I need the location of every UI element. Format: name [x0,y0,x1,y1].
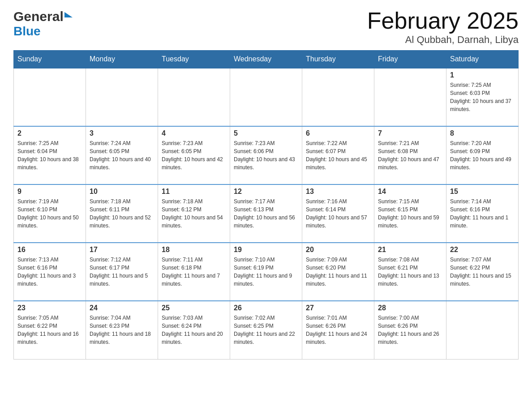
day-number: 5 [234,129,298,137]
day-info: Sunrise: 7:14 AM Sunset: 6:16 PM Dayligh… [450,197,515,230]
day-info: Sunrise: 7:10 AM Sunset: 6:19 PM Dayligh… [234,256,298,288]
day-of-week-header: Friday [374,51,446,68]
calendar-cell: 8Sunrise: 7:20 AM Sunset: 6:09 PM Daylig… [446,126,519,184]
day-info: Sunrise: 7:22 AM Sunset: 6:07 PM Dayligh… [306,139,370,171]
calendar-cell: 19Sunrise: 7:10 AM Sunset: 6:19 PM Dayli… [230,243,302,301]
day-number: 28 [378,304,442,312]
day-number: 19 [234,246,298,254]
calendar-cell: 11Sunrise: 7:18 AM Sunset: 6:12 PM Dayli… [158,184,230,243]
day-info: Sunrise: 7:25 AM Sunset: 6:03 PM Dayligh… [450,81,515,113]
day-info: Sunrise: 7:19 AM Sunset: 6:10 PM Dayligh… [17,197,82,230]
day-number: 4 [162,129,226,137]
calendar-cell [302,68,374,126]
day-info: Sunrise: 7:03 AM Sunset: 6:24 PM Dayligh… [162,314,226,346]
calendar-cell: 13Sunrise: 7:16 AM Sunset: 6:14 PM Dayli… [302,184,374,243]
day-number: 25 [162,304,226,312]
day-info: Sunrise: 7:25 AM Sunset: 6:04 PM Dayligh… [17,139,82,171]
calendar-cell: 3Sunrise: 7:24 AM Sunset: 6:05 PM Daylig… [86,126,158,184]
calendar-cell: 4Sunrise: 7:23 AM Sunset: 6:05 PM Daylig… [158,126,230,184]
day-info: Sunrise: 7:17 AM Sunset: 6:13 PM Dayligh… [234,197,298,230]
day-info: Sunrise: 7:05 AM Sunset: 6:22 PM Dayligh… [17,314,82,346]
day-number: 26 [234,304,298,312]
calendar-week-row: 9Sunrise: 7:19 AM Sunset: 6:10 PM Daylig… [14,184,519,243]
day-info: Sunrise: 7:24 AM Sunset: 6:05 PM Dayligh… [90,139,154,171]
calendar-cell [446,301,519,359]
calendar-cell [14,68,86,126]
day-info: Sunrise: 7:21 AM Sunset: 6:08 PM Dayligh… [378,139,442,171]
logo-blue-text: Blue [13,24,41,39]
day-info: Sunrise: 7:23 AM Sunset: 6:06 PM Dayligh… [234,139,298,171]
day-number: 20 [306,246,370,254]
calendar-cell: 28Sunrise: 7:00 AM Sunset: 6:26 PM Dayli… [374,301,446,359]
calendar-cell: 26Sunrise: 7:02 AM Sunset: 6:25 PM Dayli… [230,301,302,359]
calendar-week-row: 1Sunrise: 7:25 AM Sunset: 6:03 PM Daylig… [14,68,519,126]
calendar-cell: 10Sunrise: 7:18 AM Sunset: 6:11 PM Dayli… [86,184,158,243]
calendar-cell: 22Sunrise: 7:07 AM Sunset: 6:22 PM Dayli… [446,243,519,301]
day-of-week-header: Thursday [302,51,374,68]
day-number: 27 [306,304,370,312]
calendar-cell: 6Sunrise: 7:22 AM Sunset: 6:07 PM Daylig… [302,126,374,184]
day-number: 14 [378,188,442,196]
day-number: 10 [90,188,154,196]
day-info: Sunrise: 7:18 AM Sunset: 6:12 PM Dayligh… [162,197,226,230]
calendar-cell: 5Sunrise: 7:23 AM Sunset: 6:06 PM Daylig… [230,126,302,184]
day-number: 1 [450,71,515,79]
calendar-cell: 17Sunrise: 7:12 AM Sunset: 6:17 PM Dayli… [86,243,158,301]
calendar-cell: 21Sunrise: 7:08 AM Sunset: 6:21 PM Dayli… [374,243,446,301]
day-number: 7 [378,129,442,137]
day-number: 6 [306,129,370,137]
calendar-cell: 20Sunrise: 7:09 AM Sunset: 6:20 PM Dayli… [302,243,374,301]
day-info: Sunrise: 7:20 AM Sunset: 6:09 PM Dayligh… [450,139,515,171]
day-number: 22 [450,246,515,254]
calendar-cell: 25Sunrise: 7:03 AM Sunset: 6:24 PM Dayli… [158,301,230,359]
day-info: Sunrise: 7:15 AM Sunset: 6:15 PM Dayligh… [378,197,442,230]
logo-general-text: General [13,9,64,24]
day-number: 24 [90,304,154,312]
day-info: Sunrise: 7:01 AM Sunset: 6:26 PM Dayligh… [306,314,370,346]
logo-arrow-icon [64,12,73,17]
day-number: 8 [450,129,515,137]
calendar-cell: 7Sunrise: 7:21 AM Sunset: 6:08 PM Daylig… [374,126,446,184]
location-title: Al Qubbah, Darnah, Libya [367,34,519,46]
calendar-cell: 12Sunrise: 7:17 AM Sunset: 6:13 PM Dayli… [230,184,302,243]
day-info: Sunrise: 7:16 AM Sunset: 6:14 PM Dayligh… [306,197,370,230]
day-number: 16 [17,246,82,254]
day-info: Sunrise: 7:18 AM Sunset: 6:11 PM Dayligh… [90,197,154,230]
day-number: 12 [234,188,298,196]
calendar-cell [230,68,302,126]
logo: General Blue [13,9,73,39]
day-info: Sunrise: 7:23 AM Sunset: 6:05 PM Dayligh… [162,139,226,171]
day-number: 23 [17,304,82,312]
day-info: Sunrise: 7:00 AM Sunset: 6:26 PM Dayligh… [378,314,442,346]
day-number: 17 [90,246,154,254]
calendar-header-row: SundayMondayTuesdayWednesdayThursdayFrid… [14,51,519,68]
day-number: 13 [306,188,370,196]
day-of-week-header: Wednesday [230,51,302,68]
day-number: 15 [450,188,515,196]
day-of-week-header: Monday [86,51,158,68]
day-info: Sunrise: 7:13 AM Sunset: 6:16 PM Dayligh… [17,256,82,288]
day-number: 3 [90,129,154,137]
day-info: Sunrise: 7:04 AM Sunset: 6:23 PM Dayligh… [90,314,154,346]
calendar-week-row: 23Sunrise: 7:05 AM Sunset: 6:22 PM Dayli… [14,301,519,359]
day-of-week-header: Sunday [14,51,86,68]
calendar-cell: 18Sunrise: 7:11 AM Sunset: 6:18 PM Dayli… [158,243,230,301]
calendar-cell: 24Sunrise: 7:04 AM Sunset: 6:23 PM Dayli… [86,301,158,359]
calendar-cell: 9Sunrise: 7:19 AM Sunset: 6:10 PM Daylig… [14,184,86,243]
day-number: 9 [17,188,82,196]
day-of-week-header: Saturday [446,51,519,68]
day-number: 18 [162,246,226,254]
calendar-cell [374,68,446,126]
page-header: General Blue February 2025 Al Qubbah, Da… [13,9,519,46]
calendar-cell: 15Sunrise: 7:14 AM Sunset: 6:16 PM Dayli… [446,184,519,243]
day-info: Sunrise: 7:12 AM Sunset: 6:17 PM Dayligh… [90,256,154,288]
calendar-cell: 16Sunrise: 7:13 AM Sunset: 6:16 PM Dayli… [14,243,86,301]
calendar-cell: 1Sunrise: 7:25 AM Sunset: 6:03 PM Daylig… [446,68,519,126]
calendar-cell: 2Sunrise: 7:25 AM Sunset: 6:04 PM Daylig… [14,126,86,184]
calendar-cell: 23Sunrise: 7:05 AM Sunset: 6:22 PM Dayli… [14,301,86,359]
day-of-week-header: Tuesday [158,51,230,68]
calendar-cell [86,68,158,126]
day-info: Sunrise: 7:09 AM Sunset: 6:20 PM Dayligh… [306,256,370,288]
day-number: 11 [162,188,226,196]
calendar-table: SundayMondayTuesdayWednesdayThursdayFrid… [13,50,519,360]
